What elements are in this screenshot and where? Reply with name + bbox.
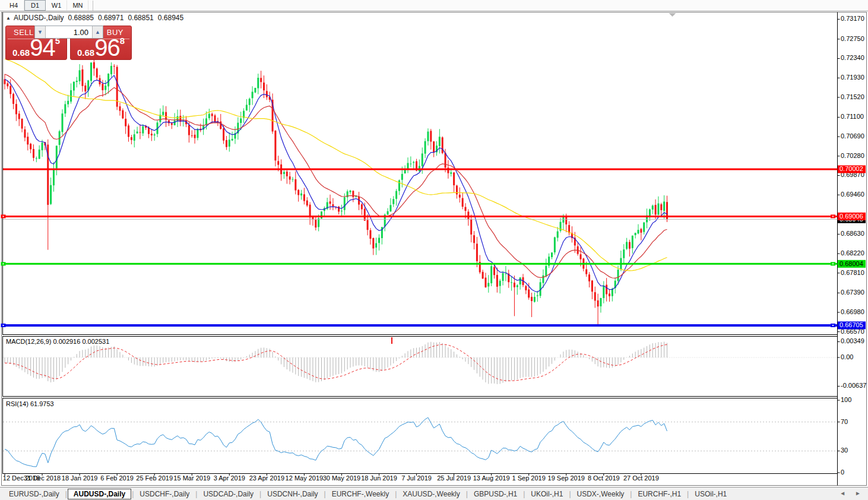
date-axis-label: 13 Aug 2019	[473, 474, 510, 482]
rsi-label: RSI(14) 61.9753	[6, 400, 54, 407]
macd-axis-label: 0.00349	[841, 337, 864, 344]
tab-separator: |	[259, 490, 261, 498]
tab-separator: |	[569, 490, 571, 498]
date-axis-label: 27 Oct 2019	[623, 474, 659, 482]
chart-tab-gbpusd-h1[interactable]: GBPUSD-,H1	[468, 489, 522, 499]
volume-input[interactable]	[46, 26, 92, 38]
rsi-axis-label: 30	[841, 447, 848, 454]
timeframe-button-h4[interactable]: H4	[3, 0, 24, 11]
volume-spinner: ▼ ▲	[34, 26, 103, 39]
chart-tab-usdcad-daily[interactable]: USDCAD-,Daily	[198, 489, 259, 499]
price-axis-label: 0.71930	[841, 74, 864, 81]
chart-title: ▲ AUDUSD-,Daily 0.68885 0.68971 0.68851 …	[6, 14, 183, 22]
price-level-badge: 0.69006	[840, 213, 863, 220]
tab-separator: |	[523, 490, 525, 498]
chart-tab-eurusd-daily[interactable]: EURUSD-,Daily	[4, 489, 65, 499]
toolbar-separator	[93, 1, 93, 11]
timeframe-button-d1[interactable]: D1	[24, 0, 46, 11]
price-axis-label: 0.70690	[841, 132, 864, 140]
date-axis-label: 23 Apr 2019	[249, 474, 284, 482]
symbol-title: AUDUSD-,Daily	[14, 14, 64, 22]
ohlc-high: 0.68971	[98, 14, 123, 22]
ohlc-close: 0.68945	[158, 14, 183, 22]
timeframe-button-mn[interactable]: MN	[67, 0, 88, 11]
buy-price: 0.68968	[71, 36, 131, 58]
tab-separator: |	[395, 490, 397, 498]
ohlc-low: 0.68851	[128, 14, 153, 22]
collapse-panel-icon[interactable]: ▲	[6, 15, 11, 21]
date-axis-label: 1 Sep 2019	[512, 474, 546, 482]
macd-axis-label: -0.00637	[841, 382, 866, 389]
chart-canvas[interactable]: 0.731700.727500.723400.719300.715200.711…	[0, 0, 868, 500]
date-axis-label: 7 Jul 2019	[401, 474, 432, 482]
chart-tab-xauusd-weekly[interactable]: XAUUSD-,Weekly	[397, 489, 465, 499]
chart-tab-ukoil-h1[interactable]: UKOil-,H1	[525, 489, 568, 499]
tab-separator: |	[687, 490, 689, 498]
price-axis-label: 0.68220	[841, 249, 864, 257]
date-axis-label: 25 Feb 2019	[136, 474, 173, 482]
timeframe-button-w1[interactable]: W1	[46, 0, 67, 11]
rsi-axis-label: 70	[841, 418, 848, 425]
rsi-axis-label: 0	[841, 469, 844, 476]
price-level-badge: 0.68004	[840, 260, 863, 267]
rsi-axis-label: 100	[841, 396, 851, 403]
chart-tab-bar: EURUSD-,Daily|AUDUSD-,Daily|USDCHF-,Dail…	[0, 487, 868, 500]
date-axis-label: 8 Oct 2019	[588, 474, 620, 482]
price-axis-label: 0.72340	[841, 54, 864, 61]
date-axis-label: 19 Sep 2019	[548, 474, 585, 482]
chart-tab-usdchf-daily[interactable]: USDCHF-,Daily	[134, 489, 195, 499]
date-axis-label: 25 Jul 2019	[437, 474, 471, 482]
date-axis-label: 18 Jan 2019	[62, 474, 98, 482]
tab-separator: |	[65, 490, 67, 498]
chart-tab-usdcnh-daily[interactable]: USDCNH-,Daily	[262, 489, 323, 499]
sell-price: 0.68945	[6, 36, 66, 58]
date-axis-label: 3 Apr 2019	[214, 474, 245, 482]
date-axis-label: 15 Mar 2019	[173, 474, 210, 482]
tab-separator: |	[195, 490, 197, 498]
timeframe-buttons: H4D1W1MN	[3, 0, 88, 11]
price-axis-label: 0.72750	[841, 35, 864, 42]
price-axis-label: 0.69460	[841, 191, 864, 198]
price-axis-label: 0.73170	[841, 15, 864, 22]
price-level-badge: 0.70002	[840, 165, 863, 172]
chart-tab-audusd-daily[interactable]: AUDUSD-,Daily	[68, 489, 131, 499]
price-axis-label: 0.71520	[841, 93, 864, 100]
volume-decrease-button[interactable]: ▼	[35, 26, 46, 38]
macd-axis-label: 0.00	[841, 353, 853, 360]
price-axis-label: 0.67810	[841, 269, 864, 276]
chart-tab-usdx-weekly[interactable]: USDX-,Weekly	[572, 489, 630, 499]
price-axis-label: 0.70280	[841, 152, 864, 159]
price-level-badge: 0.66705	[840, 321, 863, 328]
tab-separator: |	[466, 490, 468, 498]
timeframe-toolbar: H4D1W1MN	[0, 0, 868, 11]
tab-scroll-left-icon[interactable]: ◄	[840, 490, 845, 496]
one-click-trading-panel: SELL 0.68945 BUY 0.68968 ▼ ▲	[5, 26, 132, 61]
tab-separator: |	[132, 490, 134, 498]
date-axis-label: 30 May 2019	[323, 474, 361, 482]
date-axis-label: 31 Dec 2018	[24, 474, 61, 482]
ohlc-open: 0.68885	[68, 14, 94, 22]
date-axis-label: 12 May 2019	[286, 474, 324, 482]
chart-tab-usoil-h1[interactable]: USOil-,H1	[689, 489, 732, 499]
tab-scroll-right-icon[interactable]: ►	[855, 490, 861, 496]
tab-separator: |	[630, 490, 632, 498]
price-axis-label: 0.71100	[841, 113, 864, 120]
chart-tab-eurchf-h1[interactable]: EURCHF-,H1	[632, 489, 686, 499]
chart-tab-eurchf-weekly[interactable]: EURCHF-,Weekly	[327, 489, 394, 499]
date-axis-label: 6 Feb 2019	[100, 474, 134, 482]
macd-label: MACD(12,26,9) 0.002916 0.002531	[6, 338, 109, 345]
volume-increase-button[interactable]: ▲	[92, 26, 103, 38]
price-axis-label: 0.68630	[841, 230, 864, 237]
date-axis-label: 18 Jun 2019	[361, 474, 397, 482]
price-axis-label: 0.66980	[841, 308, 864, 315]
tab-separator: |	[324, 490, 326, 498]
price-axis-label: 0.67390	[841, 289, 864, 296]
